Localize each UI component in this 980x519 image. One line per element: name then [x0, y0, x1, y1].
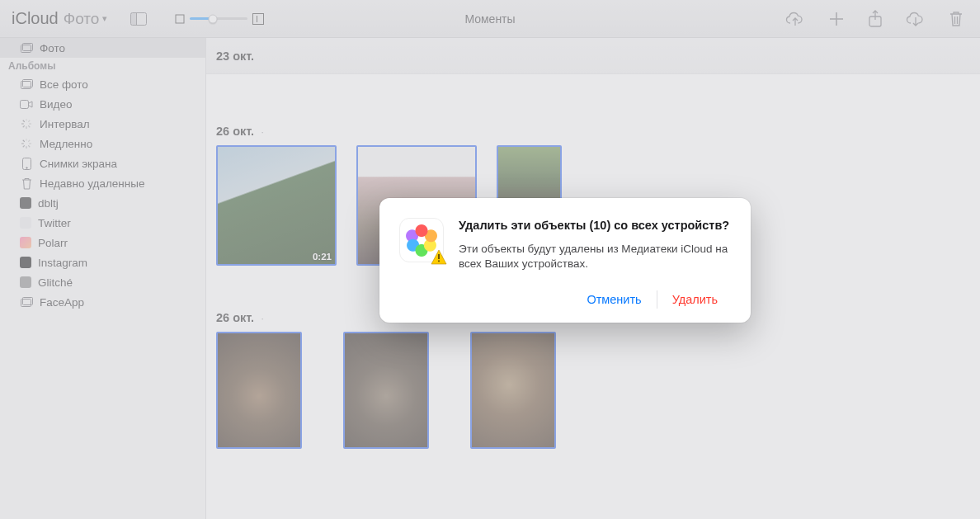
delete-button[interactable]: Удалить	[659, 288, 731, 311]
photos-app-icon	[399, 218, 444, 262]
svg-rect-36	[438, 261, 440, 262]
warning-icon	[430, 248, 448, 267]
button-divider	[657, 290, 657, 309]
svg-rect-35	[438, 254, 440, 259]
delete-dialog: Удалить эти объекты (10) со всех устройс…	[379, 198, 751, 323]
cancel-button[interactable]: Отменить	[573, 288, 654, 311]
dialog-description: Эти объекты будут удалены из Медиатеки i…	[459, 242, 731, 271]
dialog-title: Удалить эти объекты (10) со всех устройс…	[459, 218, 731, 234]
